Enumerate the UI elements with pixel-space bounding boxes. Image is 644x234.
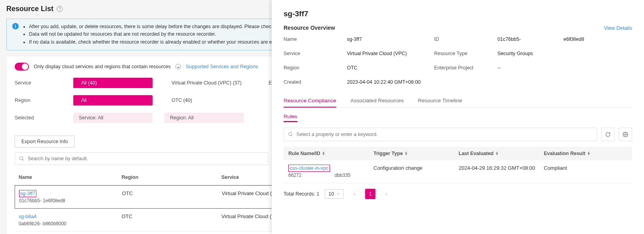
drawer-title: sg-3ff7 — [284, 10, 632, 18]
only-display-toggle[interactable] — [15, 63, 29, 71]
resource-search-input[interactable] — [28, 156, 264, 161]
svg-line-1 — [23, 159, 24, 161]
cloud-icon: ☁ — [175, 64, 181, 69]
sort-icon: ▲▼ — [404, 152, 408, 156]
selected-service-pill[interactable]: Service: All — [73, 113, 152, 123]
ov-ep-label: Enterprise Project — [434, 65, 497, 71]
gear-icon — [623, 132, 628, 137]
tab-timeline[interactable]: Resource Timeline — [418, 94, 462, 107]
sort-icon: ▲▼ — [495, 152, 499, 156]
ov-region-value: OTC — [347, 65, 434, 71]
export-button[interactable]: Export Resource Info — [15, 136, 74, 148]
svg-point-0 — [20, 157, 23, 160]
overview-grid: Name sg-3ff7 ID 01c76bb5- e6f08ed8 Servi… — [284, 36, 632, 85]
svg-point-4 — [625, 134, 626, 135]
region-filter-label: Region — [15, 98, 73, 103]
service-filter-label: Service — [15, 80, 73, 86]
ov-name-value: sg-3ff7 — [347, 36, 434, 42]
search-icon — [288, 132, 293, 137]
sort-icon: ▲▼ — [587, 152, 591, 156]
ov-id-label: ID — [434, 36, 497, 42]
toggle-label: Only display cloud services and regions … — [34, 64, 171, 69]
rule-last: 2024-04-29 16:29:32 GMT+08:00 — [459, 165, 544, 171]
ov-id-value: 01c76bb5- e6f08ed8 — [497, 36, 585, 42]
ov-name-label: Name — [284, 36, 347, 42]
total-records: Total Records: 1 — [284, 191, 319, 197]
ov-created-label: Created — [284, 79, 347, 85]
pager-next[interactable]: › — [381, 189, 391, 199]
rcol-trigger[interactable]: Trigger Type▲▼ — [373, 151, 459, 156]
page-size-select[interactable]: 10 — [325, 189, 344, 199]
supported-services-link[interactable]: Supported Services and Regions — [186, 64, 258, 69]
page-title: Resource List — [6, 5, 53, 13]
service-filter-all[interactable]: All (40) — [73, 78, 152, 88]
banner-item: After you add, update, or delete resourc… — [29, 23, 290, 31]
help-icon[interactable]: ? — [57, 6, 63, 12]
resource-id: 0ab69b26- b860b9000 — [19, 221, 122, 226]
selected-region-pill[interactable]: Region: All — [164, 113, 244, 123]
refresh-button[interactable] — [601, 128, 615, 141]
row-region: OTC — [122, 213, 221, 226]
chevron-down-icon — [336, 192, 340, 196]
col-name: Name — [19, 175, 122, 180]
pager-current: 1 — [365, 189, 375, 199]
service-filter-vpc[interactable]: Virtual Private Cloud (VPC) (37) — [164, 78, 250, 88]
sort-icon: ▲▼ — [322, 152, 326, 156]
rule-result: Compliant — [544, 165, 627, 171]
ov-service-value: Virtual Private Cloud (VPC) — [347, 51, 434, 56]
resource-drawer: sg-3ff7 Resource Overview View Details N… — [272, 0, 644, 234]
tab-associated[interactable]: Associated Resources — [351, 94, 404, 107]
rules-search[interactable] — [284, 128, 597, 141]
resource-id: 01c76bb5- 1e6f08ed8 — [19, 198, 122, 203]
svg-point-2 — [289, 132, 292, 136]
col-region: Region — [122, 175, 221, 180]
settings-button[interactable] — [619, 128, 632, 141]
ov-restype-value: Security Groups — [497, 51, 585, 56]
view-details-link[interactable]: View Details — [604, 25, 632, 31]
rules-row: css-cluster-in-vpc 66272 dbb335 Configur… — [284, 160, 632, 183]
rule-name-link[interactable]: css-cluster-in-vpc — [288, 165, 330, 172]
row-region: OTC — [122, 190, 222, 203]
banner-item: Data will not be updated for resources t… — [29, 31, 290, 38]
pager-prev[interactable]: ‹ — [349, 189, 360, 199]
rule-id: 66272 dbb335 — [288, 173, 373, 178]
region-filter-all[interactable]: All — [73, 95, 152, 105]
resource-link[interactable]: sg-b8a4 — [19, 214, 36, 219]
overview-heading: Resource Overview — [284, 25, 335, 31]
region-filter-otc[interactable]: OTC (40) — [164, 95, 200, 105]
refresh-icon — [605, 132, 611, 137]
rules-search-input[interactable] — [297, 132, 593, 137]
ov-service-label: Service — [284, 51, 347, 56]
banner-item: If no data is available, check whether t… — [29, 38, 290, 46]
rule-trigger: Configuration change — [373, 165, 459, 171]
rcol-name[interactable]: Rule Name/ID▲▼ — [288, 151, 373, 156]
selected-label: Selected — [15, 115, 73, 121]
drawer-tabs: Resource Compliance Associated Resources… — [284, 94, 632, 108]
resource-search[interactable] — [15, 152, 268, 165]
ov-created-value: 2023-04-04 10:22:40 GMT+08:00 — [347, 79, 434, 85]
ov-restype-label: Resource Type — [434, 51, 497, 56]
tab-compliance[interactable]: Resource Compliance — [284, 94, 336, 107]
rcol-result[interactable]: Evaluation Result▲▼ — [544, 151, 627, 156]
svg-line-3 — [292, 135, 293, 136]
pager: Total Records: 1 10 ‹ 1 › — [284, 189, 632, 199]
rcol-last[interactable]: Last Evaluated▲▼ — [459, 151, 544, 156]
rules-table-header: Rule Name/ID▲▼ Trigger Type▲▼ Last Evalu… — [284, 147, 632, 160]
info-icon: i — [12, 23, 19, 29]
ov-ep-value: -- — [497, 65, 585, 71]
resource-link[interactable]: sg-3ff7 — [19, 190, 36, 197]
ov-region-label: Region — [284, 65, 347, 71]
subtab-rules[interactable]: Rules — [284, 113, 297, 122]
search-icon — [19, 156, 25, 161]
